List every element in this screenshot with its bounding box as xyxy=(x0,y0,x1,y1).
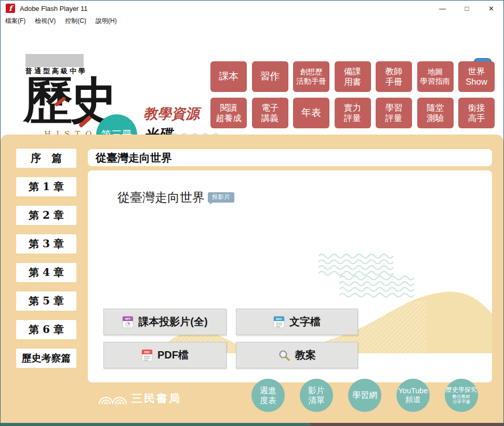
magnifier-icon xyxy=(278,349,290,362)
menu-bar: 檔案(F) 檢視(V) 控制(C) 說明(H) xyxy=(1,16,503,25)
svg-text:PDF: PDF xyxy=(144,351,151,354)
publisher-logo: 三民書局 xyxy=(98,391,181,406)
section-header-bar: 從臺灣走向世界 xyxy=(88,149,492,166)
file-button-label: PDF檔 xyxy=(157,348,189,362)
publisher-logo-placeholder xyxy=(25,54,84,67)
window-title: Adobe Flash Player 11 xyxy=(20,5,88,12)
file-button-label: 教案 xyxy=(295,348,316,362)
file-button-label: 課本投影片(全) xyxy=(138,315,207,329)
resource-button-workbook[interactable]: 習作 xyxy=(252,61,288,92)
resource-button-grid: 課本 習作 創想歷活動手冊 備課用書 教師手冊 地圖學習指南 世界Show 閱讀… xyxy=(210,61,495,128)
flash-player-window: f Adobe Flash Player 11 — □ ✕ 檔案(F) 檢視(V… xyxy=(0,0,504,426)
resource-button-timeline[interactable]: 年表 xyxy=(293,98,329,128)
file-button-label: 文字檔 xyxy=(289,315,321,329)
sidebar-item-fieldwork[interactable]: 歷史考察篇 xyxy=(16,349,76,368)
weekly-schedule-link[interactable]: 週進度表 xyxy=(251,379,285,412)
title-bar: f Adobe Flash Player 11 — □ ✕ xyxy=(1,1,503,16)
resource-button-world-show[interactable]: 世界Show xyxy=(458,61,495,92)
pdf-file-icon: PDF xyxy=(141,349,153,362)
sidebar-item-ch3[interactable]: 第 3 章 xyxy=(16,234,76,254)
video-list-link[interactable]: 影片清單 xyxy=(300,379,333,412)
resource-button-quiz[interactable]: 隨堂測驗 xyxy=(417,98,454,128)
rainbow-arches-icon xyxy=(98,396,127,404)
resource-button-textbook[interactable]: 課本 xyxy=(210,61,247,92)
sidebar-item-ch4[interactable]: 第 4 章 xyxy=(16,263,76,282)
bottom-strip-left xyxy=(1,423,310,425)
menu-view[interactable]: 檢視(V) xyxy=(30,17,60,25)
youtube-channel-link[interactable]: YouTube頻道 xyxy=(396,379,430,412)
app-header: 普通型高級中學 歷史 HISTORY 第三冊 教學資源 光碟 ✕ 課本 習作 創… xyxy=(1,25,503,135)
content-title: 從臺灣走向世界 xyxy=(117,189,205,206)
chapter-sidebar: 序 篇 第 1 章 第 2 章 第 3 章 第 4 章 第 5 章 第 6 章 … xyxy=(16,149,76,368)
menu-help[interactable]: 說明(H) xyxy=(91,17,122,25)
history-research-platform-link[interactable]: 歷史學探究 數位教材 分享平臺 xyxy=(445,379,478,412)
resource-button-bridging[interactable]: 銜接高手 xyxy=(458,98,495,128)
sidebar-item-ch1[interactable]: 第 1 章 xyxy=(16,177,76,196)
flash-player-icon: f xyxy=(6,4,15,13)
publisher-name: 三民書局 xyxy=(131,391,181,406)
doc-file-icon: DOC xyxy=(273,316,285,328)
resource-button-reading[interactable]: 閱讀超養成 xyxy=(210,98,247,128)
content-panel: 從臺灣走向世界 投影片 xyxy=(88,170,492,382)
lesson-plan-button[interactable]: 教案 xyxy=(236,342,358,368)
menu-control[interactable]: 控制(C) xyxy=(60,17,91,25)
close-button[interactable]: ✕ xyxy=(479,1,503,16)
bottom-strip-right xyxy=(310,423,503,425)
text-file-button[interactable]: DOC 文字檔 xyxy=(236,309,358,335)
sidebar-item-ch2[interactable]: 第 2 章 xyxy=(16,206,76,225)
resource-button-lesson-prep[interactable]: 備課用書 xyxy=(335,61,371,92)
sidebar-item-intro[interactable]: 序 篇 xyxy=(16,149,76,168)
wave-decoration xyxy=(319,254,402,277)
svg-text:DOC: DOC xyxy=(276,317,282,321)
minimize-button[interactable]: — xyxy=(430,1,455,16)
ppt-file-icon: PPT xyxy=(122,316,134,328)
resource-label: 教學資源 xyxy=(143,104,202,123)
window-controls: — □ ✕ xyxy=(430,1,503,16)
sidebar-item-ch5[interactable]: 第 5 章 xyxy=(16,291,76,311)
slides-badge: 投影片 xyxy=(208,192,234,203)
svg-text:PPT: PPT xyxy=(125,317,131,321)
resource-button-electure[interactable]: 電子講義 xyxy=(252,98,288,128)
maximize-button[interactable]: □ xyxy=(455,1,479,16)
resource-button-ability-test[interactable]: 實力評量 xyxy=(335,98,371,128)
subject-title: 歷史 xyxy=(23,75,116,125)
pdf-file-button[interactable]: PDF PDF檔 xyxy=(103,342,227,368)
section-title: 從臺灣走向世界 xyxy=(96,151,172,165)
resource-button-learning-test[interactable]: 學習評量 xyxy=(376,98,412,128)
learning-site-link[interactable]: 學習網 xyxy=(348,379,381,412)
sidebar-item-ch6[interactable]: 第 6 章 xyxy=(16,320,76,339)
resource-button-teacher-manual[interactable]: 教師手冊 xyxy=(376,61,412,92)
menu-file[interactable]: 檔案(F) xyxy=(1,17,30,25)
resource-button-activity-book[interactable]: 創想歷活動手冊 xyxy=(293,61,329,92)
resource-button-map-guide[interactable]: 地圖學習指南 xyxy=(417,61,454,92)
slides-all-button[interactable]: PPT 課本投影片(全) xyxy=(103,309,227,335)
